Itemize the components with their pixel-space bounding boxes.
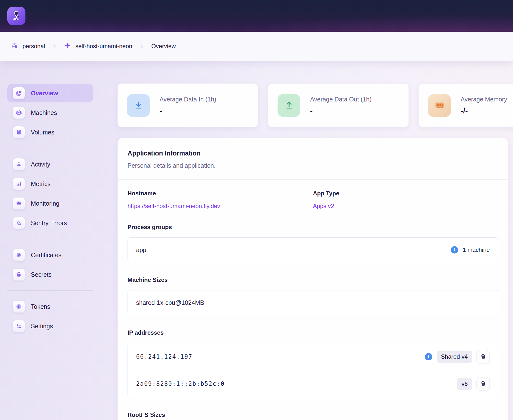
stat-value: - xyxy=(160,106,216,115)
memory-icon xyxy=(428,94,451,117)
sidebar-divider xyxy=(7,148,93,148)
delete-ip-button[interactable] xyxy=(477,377,490,390)
sidebar-item-overview[interactable]: Overview xyxy=(7,84,93,102)
breadcrumb-org-label: personal xyxy=(23,43,45,50)
sidebar-item-activity[interactable]: Activity xyxy=(7,155,93,174)
app-card-title: Application Information xyxy=(128,150,498,157)
rootfs-sizes-label: RootFS Sizes xyxy=(128,411,498,418)
info-icon[interactable] xyxy=(451,246,458,254)
fly-logo[interactable] xyxy=(7,7,25,25)
process-groups-box: app 1 machine xyxy=(128,237,498,262)
hostname-label: Hostname xyxy=(128,190,313,197)
stat-text: Average Data Out (1h) - xyxy=(310,96,372,115)
ip-addresses-section: IP addresses 66.241.124.197 Shared v4 xyxy=(128,329,498,397)
ip-row-v6: 2a09:8280:1::2b:b52c:0 v6 xyxy=(128,370,498,397)
sidebar-item-sentry-errors[interactable]: Sentry Errors xyxy=(7,214,93,232)
machine-sizes-label: Machine Sizes xyxy=(128,276,498,283)
sidebar-item-machines[interactable]: Machines xyxy=(7,103,93,122)
hostname-apptype-row: Hostname https://self-host-umami-neon.fl… xyxy=(128,190,498,210)
ip-address: 66.241.124.197 xyxy=(136,353,192,360)
info-icon[interactable] xyxy=(425,353,432,360)
ip-row-actions: v6 xyxy=(457,377,490,390)
breadcrumb-org[interactable]: personal xyxy=(11,42,45,51)
stat-text: Average Data In (1h) - xyxy=(160,96,216,115)
org-dots-icon xyxy=(11,42,18,51)
sidebar-item-secrets[interactable]: Secrets xyxy=(7,265,93,284)
sidebar-item-label: Metrics xyxy=(31,180,51,188)
toggles-icon xyxy=(13,320,25,332)
sidebar-divider xyxy=(7,239,93,239)
stat-title: Average Data Out (1h) xyxy=(310,96,372,103)
app-card-subtitle: Personal details and application. xyxy=(128,162,498,169)
stat-title: Average Memory xyxy=(461,96,507,103)
sidebar-nav: Overview Machines Volumes xyxy=(7,84,93,336)
stat-value: - xyxy=(310,106,372,115)
sidebar-item-monitoring[interactable]: Monitoring xyxy=(7,194,93,213)
breadcrumb-app-label: self-host-umami-neon xyxy=(75,43,132,50)
ip-row-v4: 66.241.124.197 Shared v4 xyxy=(128,343,498,370)
top-navbar xyxy=(0,0,513,32)
ip-type-badge: Shared v4 xyxy=(437,351,472,363)
hostname-field: Hostname https://self-host-umami-neon.fl… xyxy=(128,190,313,210)
ip-addresses-box: 66.241.124.197 Shared v4 xyxy=(128,343,498,397)
stat-value: -/- xyxy=(461,106,507,115)
sidebar-item-label: Monitoring xyxy=(31,200,59,207)
sidebar-item-label: Tokens xyxy=(31,303,50,310)
sidebar-item-volumes[interactable]: Volumes xyxy=(7,123,93,142)
machine-count: 1 machine xyxy=(463,246,490,253)
chevron-right-icon xyxy=(139,43,145,49)
chevron-right-icon xyxy=(51,43,58,49)
sidebar-item-label: Overview xyxy=(31,90,58,97)
bar-chart-icon xyxy=(13,178,25,190)
delete-ip-button[interactable] xyxy=(477,350,490,363)
machine-sizes-box: shared-1x-cpu@1024MB xyxy=(128,290,498,315)
sidebar-divider xyxy=(7,290,93,291)
balloon-icon xyxy=(11,10,22,22)
hostname-link[interactable]: https://self-host-umami-neon.fly.dev xyxy=(128,203,220,210)
process-group-name: app xyxy=(136,246,146,254)
machine-size-value: shared-1x-cpu@1024MB xyxy=(136,299,204,306)
trash-icon xyxy=(480,353,486,360)
ip-type-badge: v6 xyxy=(457,378,472,390)
app-card-header: Application Information Personal details… xyxy=(118,138,508,179)
cpu-icon xyxy=(13,107,25,119)
package-icon xyxy=(13,126,25,138)
stat-card-data-out: Average Data Out (1h) - xyxy=(268,83,409,127)
app-type-label: App Type xyxy=(313,190,499,197)
sidebar-item-settings[interactable]: Settings xyxy=(7,317,93,335)
sidebar-item-certificates[interactable]: Certificates xyxy=(7,246,93,264)
app-type-link[interactable]: Apps v2 xyxy=(313,203,334,210)
sidebar-item-label: Settings xyxy=(31,323,53,330)
trash-icon xyxy=(480,380,486,387)
rootfs-sizes-section: RootFS Sizes 171 MB 1 machine xyxy=(128,411,498,420)
stat-text: Average Memory -/- xyxy=(461,96,507,115)
stat-card-memory: Average Memory -/- xyxy=(419,83,513,127)
certificate-seal-icon xyxy=(13,249,25,261)
pulse-monitor-icon xyxy=(13,197,25,210)
application-information-card: Application Information Personal details… xyxy=(117,138,508,420)
download-icon xyxy=(127,94,150,117)
ip-row-actions: Shared v4 xyxy=(425,350,490,363)
page-layout: Overview Machines Volumes xyxy=(0,61,513,420)
sidebar-item-label: Machines xyxy=(31,109,57,116)
sidebar-item-tokens[interactable]: Tokens xyxy=(7,297,93,316)
sidebar-item-label: Activity xyxy=(31,161,50,168)
breadcrumb-app[interactable]: self-host-umami-neon xyxy=(64,42,132,50)
stat-cards-row: Average Data In (1h) - Average Data Out … xyxy=(117,83,513,127)
sidebar-item-label: Sentry Errors xyxy=(31,220,67,227)
ip-address: 2a09:8280:1::2b:b52c:0 xyxy=(136,380,225,387)
machine-size-row: shared-1x-cpu@1024MB xyxy=(128,290,498,315)
activity-layers-icon xyxy=(13,158,25,170)
breadcrumb-page-label: Overview xyxy=(151,43,176,50)
app-card-body: Hostname https://self-host-umami-neon.fl… xyxy=(118,180,508,420)
main-content: Average Data In (1h) - Average Data Out … xyxy=(117,61,513,420)
sidebar-item-label: Volumes xyxy=(31,129,54,136)
breadcrumb-page: Overview xyxy=(151,43,176,50)
machine-sizes-section: Machine Sizes shared-1x-cpu@1024MB xyxy=(128,276,498,315)
lock-icon xyxy=(13,268,25,281)
stat-title: Average Data In (1h) xyxy=(160,96,216,103)
stat-card-data-in: Average Data In (1h) - xyxy=(117,83,258,127)
sidebar-item-metrics[interactable]: Metrics xyxy=(7,175,93,193)
process-groups-label: Process groups xyxy=(128,224,498,231)
keyhole-icon xyxy=(13,300,25,313)
